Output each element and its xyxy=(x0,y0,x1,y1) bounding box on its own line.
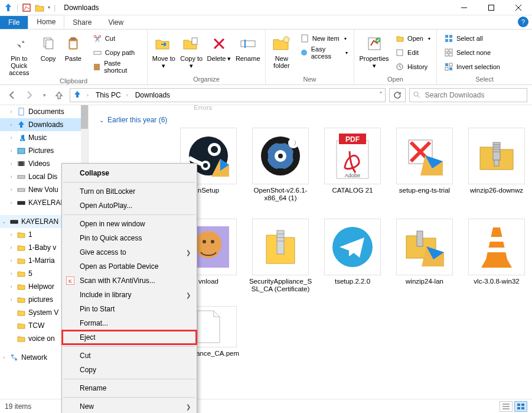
ctx-cut[interactable]: Cut xyxy=(62,349,197,363)
tab-file[interactable]: File xyxy=(0,16,28,29)
document-icon xyxy=(17,107,26,116)
app-icon xyxy=(4,3,13,12)
videos-icon xyxy=(17,159,26,168)
select-none-button[interactable]: Select none xyxy=(442,46,502,59)
svg-rect-41 xyxy=(18,161,19,166)
copy-to-button[interactable]: Copy to ▾ xyxy=(179,32,204,69)
edit-button[interactable]: Edit xyxy=(393,46,433,59)
invert-icon xyxy=(444,62,453,71)
view-details-button[interactable] xyxy=(500,401,513,412)
address-bar[interactable]: › This PC› Downloads ˅ xyxy=(70,88,386,102)
tab-share[interactable]: Share xyxy=(64,16,100,29)
file-tile[interactable]: winzip24-lan xyxy=(392,219,457,293)
music-icon xyxy=(17,133,26,142)
pictures-icon xyxy=(17,146,26,155)
search-box[interactable] xyxy=(409,88,527,102)
svg-rect-24 xyxy=(445,35,448,38)
paste-shortcut-button[interactable]: Paste shortcut xyxy=(90,60,143,73)
crumb-downloads[interactable]: Downloads xyxy=(133,91,172,99)
paste-icon xyxy=(64,34,83,53)
ctx-pin-start[interactable]: Pin to Start xyxy=(62,302,197,316)
ctx-portable[interactable]: Open as Portable Device xyxy=(62,259,197,274)
copy-path-icon xyxy=(93,48,102,57)
nav-back-button[interactable] xyxy=(5,88,19,102)
ctx-format[interactable]: Format... xyxy=(62,316,197,330)
file-tile[interactable]: vlc-3.0.8-win32 xyxy=(464,219,529,293)
file-tile[interactable]: OpenShot-v2.6.1-x86_64 (1) xyxy=(248,128,313,202)
view-icons-button[interactable] xyxy=(514,401,527,412)
svg-rect-73 xyxy=(494,160,499,166)
ctx-eject[interactable]: Eject xyxy=(62,330,197,344)
nav-up-button[interactable] xyxy=(52,88,66,102)
search-icon xyxy=(413,91,420,99)
copy-path-button[interactable]: Copy path xyxy=(90,46,143,59)
ctx-collapse[interactable]: Collapse xyxy=(62,166,197,180)
svg-text:PDF: PDF xyxy=(345,135,360,144)
tab-home[interactable]: Home xyxy=(28,15,64,29)
new-folder-button[interactable]: New folder xyxy=(269,32,294,69)
tab-view[interactable]: View xyxy=(100,16,132,29)
new-item-button[interactable]: New item▾ xyxy=(298,32,350,45)
open-button[interactable]: Open▾ xyxy=(393,32,433,45)
svg-rect-11 xyxy=(94,64,100,70)
svg-rect-31 xyxy=(449,53,452,56)
help-button[interactable]: ? xyxy=(518,17,528,27)
folder-icon xyxy=(17,243,26,252)
rename-button[interactable]: Rename xyxy=(234,32,262,69)
ctx-rename[interactable]: Rename xyxy=(62,381,197,395)
ctx-autoplay[interactable]: Open AutoPlay... xyxy=(62,199,197,213)
ctx-k7-scan[interactable]: KScan with K7AntiVirus... xyxy=(62,274,197,288)
move-to-button[interactable]: Move to ▾ xyxy=(151,32,177,69)
tree-documents[interactable]: ›Documents xyxy=(0,105,88,118)
cut-button[interactable]: ✂️Cut xyxy=(90,32,143,45)
ctx-give-access[interactable]: Give access to❯ xyxy=(62,245,197,259)
properties-button[interactable]: Properties ▾ xyxy=(358,32,390,69)
truncated-group-text: Errors xyxy=(194,105,532,111)
search-input[interactable] xyxy=(424,90,523,100)
invert-selection-button[interactable]: Invert selection xyxy=(442,60,502,73)
select-all-button[interactable]: Select all xyxy=(442,32,502,45)
tree-pictures[interactable]: ›Pictures xyxy=(0,144,88,157)
ctx-pin-quick[interactable]: Pin to Quick access xyxy=(62,231,197,245)
close-button[interactable] xyxy=(505,0,532,15)
tree-downloads[interactable]: ›Downloads xyxy=(0,118,88,131)
qat-properties-icon[interactable] xyxy=(22,3,31,12)
ctx-bitlocker[interactable]: Turn on BitLocker xyxy=(62,184,197,199)
tree-music[interactable]: ›Music xyxy=(0,131,88,144)
ctx-new-window[interactable]: Open in new window xyxy=(62,217,197,231)
pin-to-quick-access-button[interactable]: Pin to Quick access xyxy=(4,32,35,76)
nav-recent-button[interactable]: ▾ xyxy=(40,88,48,102)
easy-access-button[interactable]: Easy access▾ xyxy=(298,46,350,59)
ribbon-tabs: File Home Share View ? xyxy=(0,15,532,30)
winzip-shield-icon xyxy=(404,226,445,268)
ctx-new[interactable]: New❯ xyxy=(62,399,197,413)
minimize-button[interactable] xyxy=(451,0,478,15)
ctx-copy[interactable]: Copy xyxy=(62,363,197,377)
address-dropdown-icon[interactable]: ˅ xyxy=(379,91,383,99)
chevron-down-icon: ⌄ xyxy=(99,117,104,123)
svg-rect-84 xyxy=(487,248,506,252)
maximize-button[interactable] xyxy=(478,0,505,15)
file-tile[interactable]: tsetup.2.2.0 xyxy=(320,219,385,293)
group-header-earlier[interactable]: ⌄Earlier this year (6) xyxy=(99,116,532,124)
nav-forward-button[interactable] xyxy=(22,88,37,102)
copy-button[interactable]: Copy xyxy=(37,32,60,69)
qat-dropdown-icon[interactable]: ▾ xyxy=(48,5,50,10)
refresh-button[interactable] xyxy=(389,88,406,102)
paste-button[interactable]: Paste xyxy=(62,32,84,69)
crumb-this-pc[interactable]: This PC› xyxy=(93,91,130,99)
svg-rect-8 xyxy=(70,37,76,40)
history-button[interactable]: History xyxy=(393,60,433,73)
file-tile[interactable]: setup-eng-ts-trial xyxy=(392,128,457,202)
new-folder-icon xyxy=(272,34,291,53)
file-tile[interactable]: PDFAdobe CATALOG 21 xyxy=(320,128,385,202)
svg-rect-43 xyxy=(18,175,25,178)
rename-icon xyxy=(239,34,257,53)
file-tile[interactable]: SecurityAppliance_SSL_CA (Certificate) xyxy=(248,219,313,293)
file-tile[interactable]: winzip26-downwz xyxy=(464,128,529,202)
delete-button[interactable]: Delete ▾ xyxy=(207,32,232,69)
svg-rect-58 xyxy=(277,138,284,144)
qat-folder-icon[interactable] xyxy=(35,3,44,12)
ctx-include-library[interactable]: Include in library❯ xyxy=(62,288,197,302)
svg-rect-27 xyxy=(449,39,452,42)
